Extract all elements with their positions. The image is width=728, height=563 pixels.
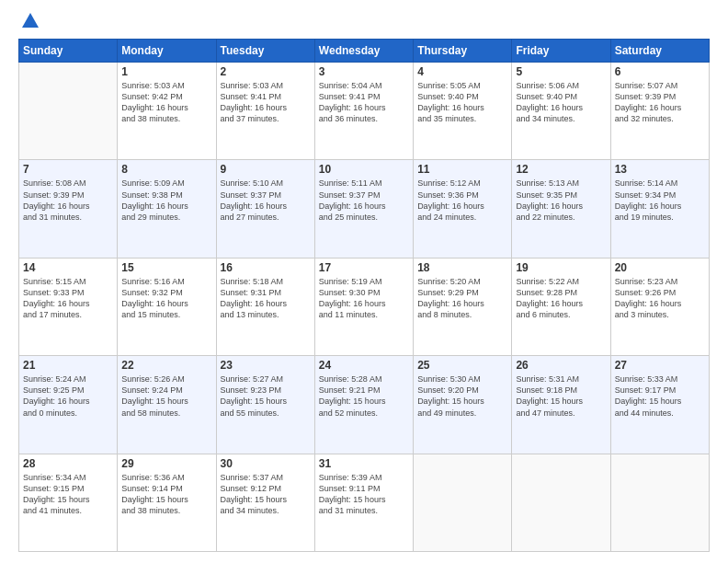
cell-text: Sunset: 9:21 PM <box>319 385 409 396</box>
day-number: 9 <box>221 163 311 176</box>
day-number: 3 <box>319 65 409 78</box>
calendar-cell: 24Sunrise: 5:28 AMSunset: 9:21 PMDayligh… <box>314 356 413 454</box>
day-number: 23 <box>221 359 311 372</box>
cell-text: Daylight: 16 hours <box>615 102 705 113</box>
cell-text: Daylight: 16 hours <box>417 102 507 113</box>
cell-text: Sunrise: 5:12 AM <box>417 178 507 189</box>
day-number: 13 <box>615 163 705 176</box>
calendar-cell: 9Sunrise: 5:10 AMSunset: 9:37 PMDaylight… <box>216 160 314 258</box>
cell-text: Sunset: 9:12 PM <box>221 483 311 494</box>
header-row: SundayMondayTuesdayWednesdayThursdayFrid… <box>19 40 710 63</box>
header-day-wednesday: Wednesday <box>314 40 413 63</box>
cell-text: Sunrise: 5:03 AM <box>221 80 311 91</box>
cell-text: and 55 minutes. <box>221 408 311 419</box>
calendar-cell: 3Sunrise: 5:04 AMSunset: 9:41 PMDaylight… <box>314 63 413 160</box>
cell-text: and 34 minutes. <box>221 505 311 516</box>
cell-text: Daylight: 16 hours <box>319 201 409 212</box>
cell-text: and 38 minutes. <box>121 505 211 516</box>
cell-text: Daylight: 16 hours <box>319 102 409 113</box>
cell-text: Sunrise: 5:36 AM <box>121 472 211 483</box>
cell-text: Sunrise: 5:06 AM <box>516 80 606 91</box>
day-number: 18 <box>417 261 507 274</box>
calendar-table: SundayMondayTuesdayWednesdayThursdayFrid… <box>18 39 710 552</box>
cell-text: Daylight: 16 hours <box>417 201 507 212</box>
cell-text: Sunset: 9:35 PM <box>516 190 606 201</box>
calendar-cell: 4Sunrise: 5:05 AMSunset: 9:40 PMDaylight… <box>414 63 512 160</box>
cell-text: Sunrise: 5:30 AM <box>417 373 507 385</box>
header-day-saturday: Saturday <box>610 40 709 63</box>
calendar-cell: 23Sunrise: 5:27 AMSunset: 9:23 PMDayligh… <box>216 356 314 454</box>
cell-text: and 35 minutes. <box>417 113 507 124</box>
day-number: 16 <box>221 261 311 274</box>
cell-text: Sunrise: 5:16 AM <box>121 276 211 287</box>
cell-text: and 22 minutes. <box>516 212 606 223</box>
cell-text: and 31 minutes. <box>319 505 409 516</box>
cell-text: Daylight: 15 hours <box>319 494 409 505</box>
cell-text: Sunset: 9:24 PM <box>121 385 211 396</box>
week-row: 21Sunrise: 5:24 AMSunset: 9:25 PMDayligh… <box>19 356 710 454</box>
cell-text: Sunrise: 5:39 AM <box>319 472 409 483</box>
cell-text: and 36 minutes. <box>319 113 409 124</box>
calendar-cell <box>19 63 118 160</box>
header-day-monday: Monday <box>118 40 216 63</box>
cell-text: Daylight: 16 hours <box>23 396 113 407</box>
cell-text: and 13 minutes. <box>221 309 311 320</box>
calendar-cell: 21Sunrise: 5:24 AMSunset: 9:25 PMDayligh… <box>19 356 118 454</box>
cell-text: Sunrise: 5:05 AM <box>417 80 507 91</box>
cell-text: Daylight: 15 hours <box>615 396 705 407</box>
cell-text: Sunset: 9:41 PM <box>221 91 311 102</box>
cell-text: Sunset: 9:41 PM <box>319 91 409 102</box>
day-number: 11 <box>417 163 507 176</box>
calendar-cell: 20Sunrise: 5:23 AMSunset: 9:26 PMDayligh… <box>610 258 709 355</box>
cell-text: Daylight: 15 hours <box>121 494 211 505</box>
week-row: 28Sunrise: 5:34 AMSunset: 9:15 PMDayligh… <box>19 454 710 551</box>
cell-text: Daylight: 16 hours <box>516 298 606 309</box>
cell-text: Sunrise: 5:04 AM <box>319 80 409 91</box>
calendar-cell: 14Sunrise: 5:15 AMSunset: 9:33 PMDayligh… <box>19 258 118 355</box>
cell-text: Daylight: 15 hours <box>121 396 211 407</box>
cell-text: Daylight: 16 hours <box>319 298 409 309</box>
cell-text: and 0 minutes. <box>23 408 113 419</box>
cell-text: and 27 minutes. <box>221 212 311 223</box>
cell-text: Sunset: 9:17 PM <box>615 385 705 396</box>
cell-text: and 31 minutes. <box>23 212 113 223</box>
cell-text: Sunset: 9:39 PM <box>615 91 705 102</box>
cell-text: Daylight: 16 hours <box>221 102 311 113</box>
cell-text: Sunrise: 5:31 AM <box>516 373 606 385</box>
calendar-cell: 27Sunrise: 5:33 AMSunset: 9:17 PMDayligh… <box>610 356 709 454</box>
page: SundayMondayTuesdayWednesdayThursdayFrid… <box>0 0 728 563</box>
svg-marker-0 <box>22 13 39 28</box>
cell-text: Sunrise: 5:20 AM <box>417 276 507 287</box>
day-number: 22 <box>121 359 211 372</box>
cell-text: Sunrise: 5:10 AM <box>221 178 311 189</box>
cell-text: Daylight: 15 hours <box>221 494 311 505</box>
calendar-cell: 1Sunrise: 5:03 AMSunset: 9:42 PMDaylight… <box>118 63 216 160</box>
cell-text: Sunrise: 5:23 AM <box>615 276 705 287</box>
cell-text: Sunset: 9:18 PM <box>516 385 606 396</box>
day-number: 7 <box>23 163 113 176</box>
day-number: 27 <box>615 359 705 372</box>
cell-text: Sunset: 9:40 PM <box>417 91 507 102</box>
logo <box>18 15 40 31</box>
day-number: 5 <box>516 65 606 78</box>
calendar-cell: 11Sunrise: 5:12 AMSunset: 9:36 PMDayligh… <box>414 160 512 258</box>
day-number: 31 <box>319 457 409 470</box>
cell-text: Sunset: 9:37 PM <box>221 190 311 201</box>
day-number: 28 <box>23 457 113 470</box>
cell-text: Sunrise: 5:22 AM <box>516 276 606 287</box>
day-number: 12 <box>516 163 606 176</box>
cell-text: Sunset: 9:11 PM <box>319 483 409 494</box>
cell-text: Sunrise: 5:07 AM <box>615 80 705 91</box>
cell-text: Sunset: 9:42 PM <box>121 91 211 102</box>
cell-text: and 34 minutes. <box>516 113 606 124</box>
header-day-sunday: Sunday <box>19 40 118 63</box>
calendar-cell: 16Sunrise: 5:18 AMSunset: 9:31 PMDayligh… <box>216 258 314 355</box>
cell-text: Daylight: 16 hours <box>516 201 606 212</box>
day-number: 25 <box>417 359 507 372</box>
cell-text: Daylight: 15 hours <box>23 494 113 505</box>
calendar-cell: 18Sunrise: 5:20 AMSunset: 9:29 PMDayligh… <box>414 258 512 355</box>
calendar-cell: 2Sunrise: 5:03 AMSunset: 9:41 PMDaylight… <box>216 63 314 160</box>
calendar-cell: 13Sunrise: 5:14 AMSunset: 9:34 PMDayligh… <box>610 160 709 258</box>
day-number: 21 <box>23 359 113 372</box>
cell-text: and 8 minutes. <box>417 309 507 320</box>
